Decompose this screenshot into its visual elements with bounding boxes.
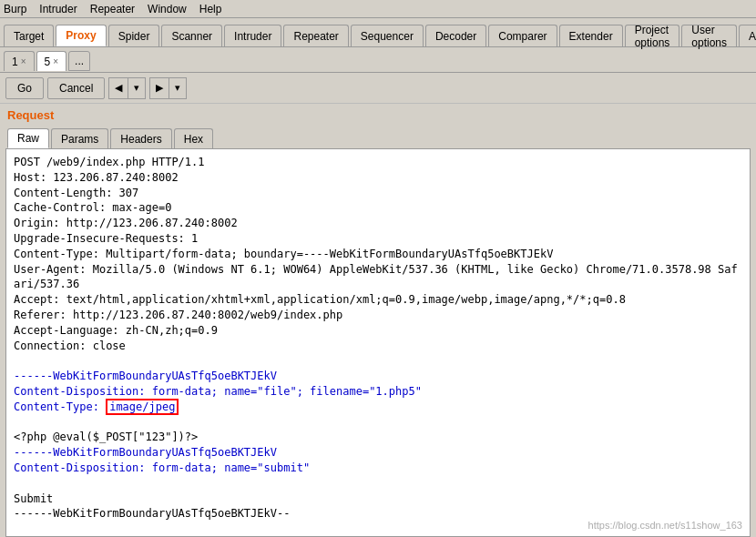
- menu-bar: Burp Intruder Repeater Window Help: [0, 0, 756, 18]
- forward-dropdown-button[interactable]: ▾: [169, 78, 186, 98]
- forward-button[interactable]: ▶: [150, 78, 169, 98]
- inner-tab-bar: Raw Params Headers Hex: [0, 125, 756, 148]
- tab-repeater[interactable]: Repeater: [283, 25, 348, 46]
- main-tab-bar: Target Proxy Spider Scanner Intruder Rep…: [0, 18, 756, 47]
- tab-user-options[interactable]: User options: [681, 25, 737, 46]
- sub-tab-5-label: 5: [45, 56, 51, 68]
- inner-tab-hex[interactable]: Hex: [174, 128, 213, 148]
- go-button[interactable]: Go: [5, 77, 44, 99]
- back-nav-group: ◀ ▾: [108, 77, 146, 99]
- tab-alerts[interactable]: Alerts: [739, 25, 756, 46]
- back-dropdown-button[interactable]: ▾: [128, 78, 145, 98]
- forward-nav-group: ▶ ▾: [149, 77, 187, 99]
- sub-tab-dots[interactable]: ...: [68, 51, 90, 71]
- sub-tab-5[interactable]: 5 ×: [36, 51, 67, 71]
- menu-window[interactable]: Window: [148, 3, 187, 15]
- tab-sequencer[interactable]: Sequencer: [351, 25, 424, 46]
- inner-tab-raw[interactable]: Raw: [7, 128, 49, 148]
- menu-intruder[interactable]: Intruder: [39, 3, 77, 15]
- tab-extender[interactable]: Extender: [559, 25, 623, 46]
- tab-intruder[interactable]: Intruder: [224, 25, 281, 46]
- watermark: https://blog.csdn.net/s11show_163: [588, 520, 742, 531]
- menu-repeater[interactable]: Repeater: [90, 3, 135, 15]
- tab-decoder[interactable]: Decoder: [425, 25, 486, 46]
- inner-tab-params[interactable]: Params: [51, 128, 108, 148]
- toolbar: Go Cancel ◀ ▾ ▶ ▾: [0, 73, 756, 104]
- tab-scanner[interactable]: Scanner: [161, 25, 222, 46]
- request-label: Request: [0, 104, 756, 125]
- main-content: Request Raw Params Headers Hex POST /web…: [0, 104, 756, 537]
- tab-comparer[interactable]: Comparer: [488, 25, 557, 46]
- sub-tab-dots-label: ...: [75, 55, 84, 67]
- inner-tab-headers[interactable]: Headers: [110, 128, 171, 148]
- tab-project-options[interactable]: Project options: [625, 25, 680, 46]
- sub-tab-1-close[interactable]: ×: [21, 56, 26, 66]
- sub-tab-1-label: 1: [12, 56, 18, 68]
- content-wrapper: POST /web9/index.php HTTP/1.1 Host: 123.…: [0, 148, 756, 537]
- sub-tab-bar: 1 × 5 × ...: [0, 47, 756, 73]
- cancel-button[interactable]: Cancel: [47, 77, 105, 99]
- menu-burp[interactable]: Burp: [4, 3, 26, 15]
- sub-tab-5-close[interactable]: ×: [53, 56, 58, 66]
- tab-spider[interactable]: Spider: [108, 25, 160, 46]
- tab-target[interactable]: Target: [4, 25, 54, 46]
- highlighted-content-type: image/jpeg: [106, 399, 179, 415]
- tab-proxy[interactable]: Proxy: [56, 25, 106, 46]
- sub-tab-1[interactable]: 1 ×: [4, 51, 35, 71]
- request-text: POST /web9/index.php HTTP/1.1 Host: 123.…: [14, 155, 742, 522]
- request-content-area[interactable]: POST /web9/index.php HTTP/1.1 Host: 123.…: [5, 148, 751, 537]
- back-button[interactable]: ◀: [109, 78, 128, 98]
- menu-help[interactable]: Help: [199, 3, 222, 15]
